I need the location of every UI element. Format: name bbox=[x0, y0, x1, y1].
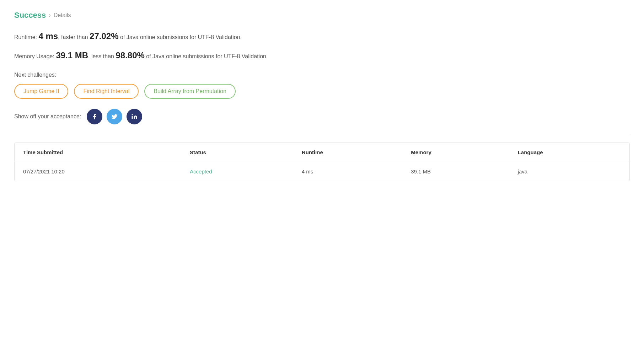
svg-rect-0 bbox=[132, 116, 133, 119]
runtime-stat: Runtime: 4 ms, faster than 27.02% of Jav… bbox=[14, 30, 630, 43]
col-language: Language bbox=[509, 143, 629, 162]
cell-time: 07/27/2021 10:20 bbox=[15, 162, 181, 181]
runtime-value: 4 ms bbox=[38, 31, 58, 41]
challenge-jump-game-ii[interactable]: Jump Game II bbox=[14, 84, 68, 99]
breadcrumb: Success › Details bbox=[14, 11, 630, 20]
cell-status[interactable]: Accepted bbox=[181, 162, 293, 181]
stats-section: Runtime: 4 ms, faster than 27.02% of Jav… bbox=[14, 30, 630, 62]
memory-stat: Memory Usage: 39.1 MB, less than 98.80% … bbox=[14, 49, 630, 62]
show-off-row: Show off your acceptance: bbox=[14, 109, 630, 124]
runtime-suffix: of Java online submissions for UTF-8 Val… bbox=[119, 34, 242, 40]
col-runtime: Runtime bbox=[293, 143, 402, 162]
cell-runtime: 4 ms bbox=[293, 162, 402, 181]
challenges-row: Jump Game II Find Right Interval Build A… bbox=[14, 84, 630, 99]
facebook-icon[interactable] bbox=[87, 109, 102, 124]
challenge-find-right-interval[interactable]: Find Right Interval bbox=[74, 84, 139, 99]
memory-percent: 98.80% bbox=[116, 50, 144, 60]
cell-memory: 39.1 MB bbox=[402, 162, 509, 181]
table-row: 07/27/2021 10:20Accepted4 ms39.1 MBjava bbox=[15, 162, 629, 181]
twitter-icon[interactable] bbox=[107, 109, 122, 124]
submissions-table: Time Submitted Status Runtime Memory Lan… bbox=[15, 143, 629, 181]
col-status: Status bbox=[181, 143, 293, 162]
memory-prefix: Memory Usage: bbox=[14, 53, 56, 59]
runtime-middle: , faster than bbox=[58, 34, 90, 40]
runtime-percent: 27.02% bbox=[90, 31, 118, 41]
table-header-row: Time Submitted Status Runtime Memory Lan… bbox=[15, 143, 629, 162]
submissions-table-container: Time Submitted Status Runtime Memory Lan… bbox=[14, 143, 630, 181]
linkedin-icon[interactable] bbox=[127, 109, 142, 124]
col-time-submitted: Time Submitted bbox=[15, 143, 181, 162]
details-link[interactable]: Details bbox=[54, 12, 71, 18]
memory-middle: , less than bbox=[88, 53, 116, 59]
memory-value: 39.1 MB bbox=[56, 50, 88, 60]
memory-suffix: of Java online submissions for UTF-8 Val… bbox=[145, 53, 268, 59]
col-memory: Memory bbox=[402, 143, 509, 162]
social-icons bbox=[87, 109, 142, 124]
svg-point-1 bbox=[132, 114, 133, 115]
success-label: Success bbox=[14, 11, 46, 20]
challenge-build-array[interactable]: Build Array from Permutation bbox=[144, 84, 236, 99]
next-challenges-label: Next challenges: bbox=[14, 72, 630, 78]
section-divider bbox=[14, 136, 630, 136]
cell-language: java bbox=[509, 162, 629, 181]
runtime-prefix: Runtime: bbox=[14, 34, 38, 40]
show-off-label: Show off your acceptance: bbox=[14, 113, 81, 120]
breadcrumb-separator: › bbox=[49, 12, 50, 18]
